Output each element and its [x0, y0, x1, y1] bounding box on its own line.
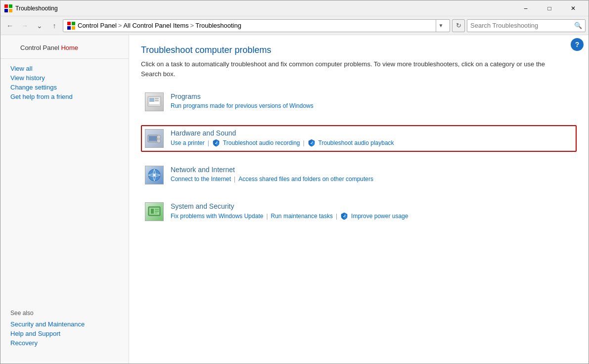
sys-sep2: | [336, 213, 337, 220]
svg-rect-1 [9, 4, 12, 8]
maximize-button[interactable]: □ [538, 1, 561, 16]
path-sep2: > [190, 22, 194, 29]
window-title: Troubleshooting [15, 5, 514, 12]
hardware-content: Hardware and Sound Use a printer | ✓ Tro… [171, 129, 573, 147]
search-button[interactable]: 🔍 [574, 22, 582, 29]
hardware-links: Use a printer | ✓ Troubleshoot audio rec… [171, 139, 573, 147]
network-icon-svg [147, 168, 162, 182]
dropdown-recent-button[interactable]: ⌄ [33, 19, 46, 32]
system-link-update[interactable]: Fix problems with Windows Update [171, 213, 263, 220]
network-content: Network and Internet Connect to the Inte… [171, 166, 573, 182]
sidebar-change-settings[interactable]: Change settings [0, 83, 129, 92]
svg-rect-11 [155, 98, 159, 99]
programs-subtitle: Run programs made for previous versions … [171, 102, 573, 109]
svg-rect-10 [149, 98, 154, 102]
address-icon [67, 22, 75, 30]
svg-text:✓: ✓ [343, 214, 346, 219]
network-links: Connect to the Internet | Access shared … [171, 176, 573, 182]
net-sep1: | [234, 176, 235, 182]
hardware-title[interactable]: Hardware and Sound [171, 129, 573, 137]
programs-icon-svg [147, 94, 162, 109]
system-links: Fix problems with Windows Update | Run m… [171, 212, 573, 220]
svg-rect-0 [4, 4, 8, 8]
system-icon-svg [147, 204, 162, 219]
sidebar-view-history[interactable]: View history [0, 73, 129, 83]
window: Troubleshooting – □ ✕ ← → ⌄ ↑ Control Pa… [0, 0, 589, 364]
path-part1: Control Panel [78, 22, 117, 29]
svg-text:✓: ✓ [214, 141, 218, 145]
help-button[interactable]: ? [571, 38, 584, 51]
up-button[interactable]: ↑ [48, 19, 61, 32]
hardware-icon-svg [147, 131, 162, 146]
path-sep1: > [118, 22, 122, 29]
content-panel: ? Troubleshoot computer problems Click o… [129, 35, 589, 364]
close-button[interactable]: ✕ [562, 1, 585, 16]
svg-rect-25 [151, 209, 154, 214]
network-title[interactable]: Network and Internet [171, 166, 573, 174]
minimize-button[interactable]: – [514, 1, 537, 16]
hw-sep2: | [303, 139, 304, 146]
shield-icon-1: ✓ [212, 139, 220, 147]
page-description: Click on a task to automatically trouble… [141, 59, 566, 79]
svg-rect-6 [67, 26, 71, 30]
refresh-button[interactable]: ↻ [452, 19, 465, 32]
sidebar-recovery[interactable]: Recovery [10, 338, 119, 348]
svg-rect-5 [72, 22, 75, 25]
system-content: System and Security Fix problems with Wi… [171, 202, 573, 220]
system-link-power[interactable]: Improve power usage [351, 213, 408, 220]
svg-rect-14 [149, 136, 157, 141]
svg-rect-2 [4, 9, 8, 12]
category-hardware: Hardware and Sound Use a printer | ✓ Tro… [141, 125, 577, 152]
programs-content: Programs Run programs made for previous … [171, 92, 573, 109]
shield-icon-3: ✓ [340, 212, 348, 220]
address-dropdown-button[interactable]: ▼ [436, 19, 446, 32]
hardware-link-audio-rec[interactable]: Troubleshoot audio recording [223, 139, 300, 146]
programs-title[interactable]: Programs [171, 92, 573, 100]
title-bar: Troubleshooting – □ ✕ [0, 0, 589, 16]
sidebar-see-also-section: See also Security and Maintenance Help a… [0, 302, 129, 356]
page-title: Troubleshoot computer problems [141, 45, 577, 55]
network-link-internet[interactable]: Connect to the Internet [171, 176, 231, 182]
search-box: 🔍 [467, 19, 586, 32]
shield-icon-2: ✓ [308, 139, 316, 147]
see-also-title: See also [10, 310, 119, 317]
hardware-link-printer[interactable]: Use a printer [171, 139, 205, 146]
sidebar-help-support[interactable]: Help and Support [10, 329, 119, 338]
network-link-shared[interactable]: Access shared files and folders on other… [238, 176, 373, 182]
hardware-icon [145, 129, 164, 148]
sidebar-get-help[interactable]: Get help from a friend [0, 92, 129, 101]
forward-button[interactable]: → [18, 19, 31, 32]
hardware-link-audio-play[interactable]: Troubleshoot audio playback [318, 139, 394, 146]
window-controls: – □ ✕ [514, 1, 585, 16]
address-path[interactable]: Control Panel > All Control Panel Items … [63, 19, 450, 32]
svg-rect-28 [155, 213, 157, 214]
sidebar-view-all[interactable]: View all [0, 64, 129, 73]
svg-text:✓: ✓ [310, 141, 313, 145]
svg-rect-17 [158, 138, 160, 140]
svg-rect-7 [72, 26, 75, 30]
svg-rect-3 [9, 9, 12, 12]
sidebar-security-maintenance[interactable]: Security and Maintenance [10, 319, 119, 329]
system-title[interactable]: System and Security [171, 202, 573, 210]
programs-subtitle-link[interactable]: Run programs made for previous versions … [171, 102, 314, 109]
svg-rect-12 [155, 100, 159, 101]
main-area: Control Panel Home View all View history… [0, 35, 589, 364]
category-programs: Programs Run programs made for previous … [141, 89, 577, 115]
path-part2: All Control Panel Items [123, 22, 188, 29]
category-network: Network and Internet Connect to the Inte… [141, 162, 577, 188]
svg-rect-26 [155, 209, 159, 210]
system-icon [145, 202, 164, 221]
hw-sep1: | [208, 139, 209, 146]
sidebar: Control Panel Home View all View history… [0, 35, 129, 364]
sidebar-control-panel-home[interactable]: Control Panel Home [10, 43, 119, 52]
system-link-maintenance[interactable]: Run maintenance tasks [271, 213, 333, 220]
address-bar: ← → ⌄ ↑ Control Panel > All Control Pane… [0, 16, 589, 35]
sys-sep1: | [266, 213, 268, 220]
network-icon [145, 166, 164, 184]
svg-rect-4 [67, 22, 71, 25]
sidebar-home-red: Home [61, 44, 78, 51]
arrow-annotation [571, 121, 589, 146]
back-button[interactable]: ← [3, 19, 16, 32]
svg-rect-27 [155, 211, 159, 212]
search-input[interactable] [470, 22, 574, 29]
